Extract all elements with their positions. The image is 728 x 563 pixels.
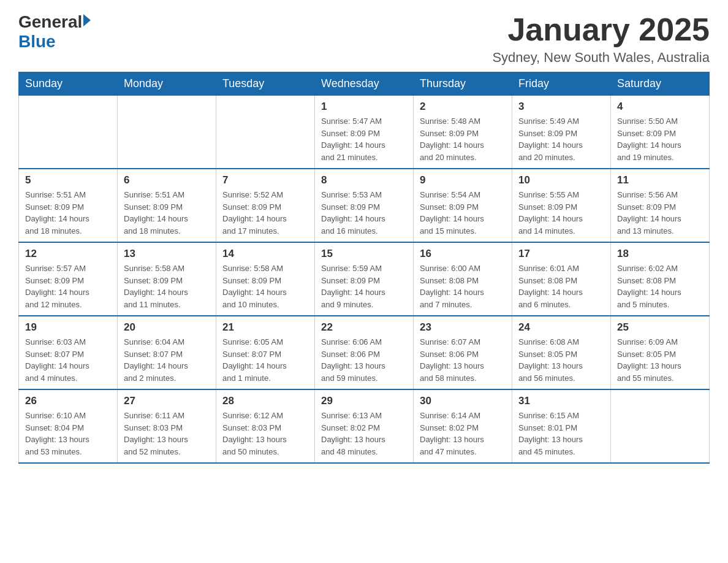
- calendar-cell: 15Sunrise: 5:59 AM Sunset: 8:09 PM Dayli…: [315, 242, 414, 316]
- calendar-cell: 14Sunrise: 5:58 AM Sunset: 8:09 PM Dayli…: [216, 242, 315, 316]
- calendar-cell: 18Sunrise: 6:02 AM Sunset: 8:08 PM Dayli…: [611, 242, 710, 316]
- calendar-title: January 2025: [492, 12, 710, 47]
- day-info: Sunrise: 6:14 AM Sunset: 8:02 PM Dayligh…: [420, 410, 506, 458]
- day-info: Sunrise: 6:11 AM Sunset: 8:03 PM Dayligh…: [124, 410, 210, 458]
- day-number: 28: [222, 395, 308, 407]
- day-info: Sunrise: 5:49 AM Sunset: 8:09 PM Dayligh…: [518, 115, 604, 163]
- day-info: Sunrise: 6:06 AM Sunset: 8:06 PM Dayligh…: [321, 336, 407, 384]
- calendar-cell: [611, 389, 710, 463]
- header-cell-sunday: Sunday: [19, 72, 118, 96]
- day-number: 10: [518, 174, 604, 186]
- day-info: Sunrise: 6:09 AM Sunset: 8:05 PM Dayligh…: [617, 336, 703, 384]
- day-number: 21: [222, 321, 308, 334]
- day-number: 30: [420, 395, 506, 407]
- week-row-2: 5Sunrise: 5:51 AM Sunset: 8:09 PM Daylig…: [19, 169, 710, 242]
- day-info: Sunrise: 5:53 AM Sunset: 8:09 PM Dayligh…: [321, 189, 407, 237]
- calendar-cell: 10Sunrise: 5:55 AM Sunset: 8:09 PM Dayli…: [512, 169, 611, 242]
- day-info: Sunrise: 6:03 AM Sunset: 8:07 PM Dayligh…: [25, 336, 111, 384]
- calendar-cell: [19, 96, 118, 169]
- day-number: 20: [124, 321, 210, 334]
- calendar-cell: 13Sunrise: 5:58 AM Sunset: 8:09 PM Dayli…: [118, 242, 216, 316]
- calendar-cell: [216, 96, 315, 169]
- day-number: 14: [222, 248, 308, 260]
- day-number: 31: [518, 395, 604, 407]
- day-info: Sunrise: 5:51 AM Sunset: 8:09 PM Dayligh…: [25, 189, 111, 237]
- day-info: Sunrise: 6:10 AM Sunset: 8:04 PM Dayligh…: [25, 410, 111, 458]
- calendar-cell: 2Sunrise: 5:48 AM Sunset: 8:09 PM Daylig…: [414, 96, 512, 169]
- day-number: 5: [25, 174, 111, 186]
- day-number: 19: [25, 321, 111, 334]
- logo-triangle-icon: [83, 14, 91, 26]
- day-info: Sunrise: 5:58 AM Sunset: 8:09 PM Dayligh…: [124, 262, 210, 310]
- day-number: 27: [124, 395, 210, 407]
- day-info: Sunrise: 6:13 AM Sunset: 8:02 PM Dayligh…: [321, 410, 407, 458]
- calendar-cell: 7Sunrise: 5:52 AM Sunset: 8:09 PM Daylig…: [216, 169, 315, 242]
- day-info: Sunrise: 6:07 AM Sunset: 8:06 PM Dayligh…: [420, 336, 506, 384]
- day-info: Sunrise: 5:59 AM Sunset: 8:09 PM Dayligh…: [321, 262, 407, 310]
- day-number: 11: [617, 174, 703, 186]
- day-info: Sunrise: 6:01 AM Sunset: 8:08 PM Dayligh…: [518, 262, 604, 310]
- day-number: 22: [321, 321, 407, 334]
- day-number: 9: [420, 174, 506, 186]
- calendar-cell: 16Sunrise: 6:00 AM Sunset: 8:08 PM Dayli…: [414, 242, 512, 316]
- header-cell-saturday: Saturday: [611, 72, 710, 96]
- day-number: 25: [617, 321, 703, 334]
- calendar-cell: 19Sunrise: 6:03 AM Sunset: 8:07 PM Dayli…: [19, 316, 118, 389]
- day-number: 16: [420, 248, 506, 260]
- day-info: Sunrise: 6:12 AM Sunset: 8:03 PM Dayligh…: [222, 410, 308, 458]
- day-number: 23: [420, 321, 506, 334]
- week-row-4: 19Sunrise: 6:03 AM Sunset: 8:07 PM Dayli…: [19, 316, 710, 389]
- calendar-cell: 21Sunrise: 6:05 AM Sunset: 8:07 PM Dayli…: [216, 316, 315, 389]
- day-info: Sunrise: 6:00 AM Sunset: 8:08 PM Dayligh…: [420, 262, 506, 310]
- day-info: Sunrise: 5:50 AM Sunset: 8:09 PM Dayligh…: [617, 115, 703, 163]
- week-row-3: 12Sunrise: 5:57 AM Sunset: 8:09 PM Dayli…: [19, 242, 710, 316]
- day-number: 15: [321, 248, 407, 260]
- day-info: Sunrise: 6:15 AM Sunset: 8:01 PM Dayligh…: [518, 410, 604, 458]
- calendar-cell: 6Sunrise: 5:51 AM Sunset: 8:09 PM Daylig…: [118, 169, 216, 242]
- calendar-cell: 29Sunrise: 6:13 AM Sunset: 8:02 PM Dayli…: [315, 389, 414, 463]
- calendar-cell: 17Sunrise: 6:01 AM Sunset: 8:08 PM Dayli…: [512, 242, 611, 316]
- calendar-cell: 5Sunrise: 5:51 AM Sunset: 8:09 PM Daylig…: [19, 169, 118, 242]
- logo: General Blue: [18, 12, 91, 52]
- calendar-cell: 22Sunrise: 6:06 AM Sunset: 8:06 PM Dayli…: [315, 316, 414, 389]
- day-info: Sunrise: 5:52 AM Sunset: 8:09 PM Dayligh…: [222, 189, 308, 237]
- calendar-cell: 12Sunrise: 5:57 AM Sunset: 8:09 PM Dayli…: [19, 242, 118, 316]
- title-area: January 2025 Sydney, New South Wales, Au…: [492, 12, 710, 66]
- day-info: Sunrise: 6:04 AM Sunset: 8:07 PM Dayligh…: [124, 336, 210, 384]
- calendar-header: SundayMondayTuesdayWednesdayThursdayFrid…: [19, 72, 710, 96]
- header-cell-friday: Friday: [512, 72, 611, 96]
- calendar-cell: [118, 96, 216, 169]
- day-info: Sunrise: 5:47 AM Sunset: 8:09 PM Dayligh…: [321, 115, 407, 163]
- header-cell-tuesday: Tuesday: [216, 72, 315, 96]
- day-info: Sunrise: 6:08 AM Sunset: 8:05 PM Dayligh…: [518, 336, 604, 384]
- day-info: Sunrise: 6:02 AM Sunset: 8:08 PM Dayligh…: [617, 262, 703, 310]
- calendar-cell: 3Sunrise: 5:49 AM Sunset: 8:09 PM Daylig…: [512, 96, 611, 169]
- calendar-cell: 28Sunrise: 6:12 AM Sunset: 8:03 PM Dayli…: [216, 389, 315, 463]
- calendar-cell: 25Sunrise: 6:09 AM Sunset: 8:05 PM Dayli…: [611, 316, 710, 389]
- day-info: Sunrise: 6:05 AM Sunset: 8:07 PM Dayligh…: [222, 336, 308, 384]
- calendar-cell: 8Sunrise: 5:53 AM Sunset: 8:09 PM Daylig…: [315, 169, 414, 242]
- day-number: 26: [25, 395, 111, 407]
- header-cell-monday: Monday: [118, 72, 216, 96]
- day-info: Sunrise: 5:58 AM Sunset: 8:09 PM Dayligh…: [222, 262, 308, 310]
- calendar-cell: 4Sunrise: 5:50 AM Sunset: 8:09 PM Daylig…: [611, 96, 710, 169]
- calendar-cell: 23Sunrise: 6:07 AM Sunset: 8:06 PM Dayli…: [414, 316, 512, 389]
- calendar-cell: 24Sunrise: 6:08 AM Sunset: 8:05 PM Dayli…: [512, 316, 611, 389]
- calendar-cell: 9Sunrise: 5:54 AM Sunset: 8:09 PM Daylig…: [414, 169, 512, 242]
- day-number: 29: [321, 395, 407, 407]
- day-info: Sunrise: 5:54 AM Sunset: 8:09 PM Dayligh…: [420, 189, 506, 237]
- header: General Blue January 2025 Sydney, New So…: [18, 12, 710, 66]
- day-number: 24: [518, 321, 604, 334]
- day-info: Sunrise: 5:55 AM Sunset: 8:09 PM Dayligh…: [518, 189, 604, 237]
- day-info: Sunrise: 5:48 AM Sunset: 8:09 PM Dayligh…: [420, 115, 506, 163]
- calendar-cell: 26Sunrise: 6:10 AM Sunset: 8:04 PM Dayli…: [19, 389, 118, 463]
- day-number: 12: [25, 248, 111, 260]
- day-number: 4: [617, 101, 703, 113]
- day-number: 1: [321, 101, 407, 113]
- logo-general-text: General: [18, 12, 82, 32]
- calendar-cell: 11Sunrise: 5:56 AM Sunset: 8:09 PM Dayli…: [611, 169, 710, 242]
- day-number: 13: [124, 248, 210, 260]
- week-row-1: 1Sunrise: 5:47 AM Sunset: 8:09 PM Daylig…: [19, 96, 710, 169]
- header-cell-thursday: Thursday: [414, 72, 512, 96]
- day-number: 6: [124, 174, 210, 186]
